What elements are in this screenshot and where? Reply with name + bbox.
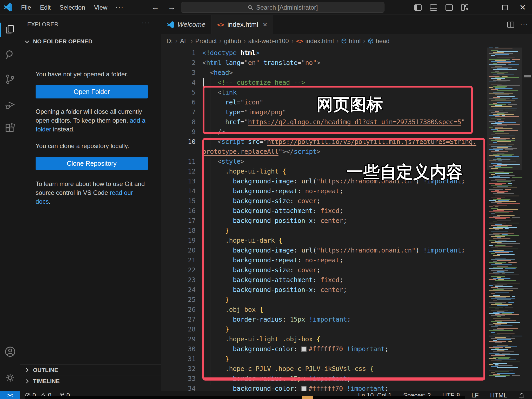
line-number: 2 [161, 58, 196, 68]
tab-index-html[interactable]: <>index.html× [211, 15, 273, 34]
code-row: 22background-size: cover; [161, 265, 525, 275]
chevron-right-icon [24, 378, 30, 384]
forward-icon[interactable]: → [166, 2, 178, 12]
menu-view[interactable]: View [90, 2, 112, 13]
line-number: 15 [161, 196, 196, 206]
menu-bar: File Edit Selection View ··· [17, 0, 127, 15]
eol-status[interactable]: LF [471, 392, 479, 399]
tab-welcome[interactable]: Welcome [161, 15, 211, 34]
toggle-sidebar-icon[interactable] [414, 4, 422, 11]
menu-file[interactable]: File [17, 2, 36, 13]
layout-controls [414, 0, 469, 15]
breadcrumb-item-head[interactable]: head [368, 37, 389, 45]
sidebar-item-explorer[interactable] [0, 18, 20, 41]
code-row: 25} [161, 295, 525, 305]
code-row: prototype.replaceAll"></script> [161, 147, 525, 157]
breadcrumb-item-product[interactable]: Product [195, 37, 217, 45]
line-number: 32 [161, 364, 196, 374]
sidebar-item-run-debug[interactable] [0, 92, 20, 116]
color-swatch[interactable] [301, 386, 307, 391]
text-cursor [203, 78, 204, 87]
code-tag-icon: <> [296, 37, 303, 45]
split-editor-icon[interactable] [507, 21, 514, 28]
sidebar-more-icon[interactable]: ··· [142, 18, 150, 27]
clone-repository-button[interactable]: Clone Repository [36, 157, 148, 170]
line-number: 23 [161, 275, 196, 285]
breadcrumb-item-af[interactable]: AF [180, 37, 188, 45]
vscode-logo-icon [4, 3, 12, 12]
line-number: 5 [161, 88, 196, 97]
line-number: 12 [161, 167, 196, 176]
line-number: 17 [161, 216, 196, 226]
line-number: 34 [161, 384, 196, 391]
line-number: 22 [161, 265, 196, 275]
section-no-folder-opened[interactable]: NO FOLDER OPENED [20, 36, 161, 47]
notifications-bell-icon[interactable] [518, 392, 525, 398]
line-number: 1 [161, 48, 196, 58]
code-row: 19.hope-ui-dark { [161, 236, 525, 245]
extensions-icon [5, 123, 16, 134]
menu-selection[interactable]: Selection [55, 2, 90, 13]
menu-more-icon[interactable]: ··· [112, 3, 127, 11]
code-row: 2<html lang="en" translate="no"> [161, 58, 525, 68]
settings-gear-icon[interactable] [0, 366, 20, 389]
back-icon[interactable]: ← [149, 2, 161, 12]
sidebar-title: EXPLORER [27, 21, 58, 28]
minimap[interactable] [487, 48, 522, 391]
breadcrumb-item-html[interactable]: html [341, 37, 361, 45]
code-row: 31} [161, 354, 525, 364]
line-number: 9 [161, 127, 196, 137]
section-timeline[interactable]: TIMELINE [20, 376, 161, 387]
video-progress-played [302, 396, 313, 399]
breadcrumb-item-d-[interactable]: D: [167, 37, 173, 45]
scrollbar[interactable] [522, 48, 532, 391]
color-swatch[interactable] [301, 347, 307, 352]
symbol-cube-icon [368, 38, 374, 44]
open-folder-help-text: Opening a folder will close all currentl… [36, 107, 149, 134]
remote-indicator[interactable]: >< [0, 391, 20, 399]
section-outline[interactable]: OUTLINE [20, 364, 161, 375]
account-icon[interactable] [0, 340, 20, 363]
more-actions-icon[interactable]: ··· [520, 21, 528, 29]
menu-edit[interactable]: Edit [36, 2, 55, 13]
toggle-secondary-sidebar-icon[interactable] [445, 4, 453, 11]
line-number: 3 [161, 68, 196, 78]
line-number: 30 [161, 344, 196, 354]
chevron-right-icon: › [217, 37, 224, 45]
minimize-icon[interactable]: – [473, 0, 489, 15]
chevron-down-icon [24, 39, 30, 44]
maximize-icon[interactable] [497, 0, 513, 15]
breadcrumb: D:›AF›Product›github›alist-web-n100›<>in… [161, 34, 532, 48]
clone-help-text: You can clone a repository locally. [36, 142, 149, 150]
code-row: 9/> [161, 127, 525, 137]
search-icon [247, 4, 254, 11]
sidebar-item-search[interactable] [0, 43, 20, 66]
sidebar-item-extensions[interactable] [0, 117, 20, 140]
breadcrumb-item-index-html[interactable]: <>index.html [296, 37, 334, 45]
scrollbar-decoration [524, 75, 531, 77]
code-row: 11<style> [161, 157, 525, 167]
line-number: 33 [161, 374, 196, 384]
sidebar-item-source-control[interactable] [0, 68, 20, 91]
search-icon [5, 49, 16, 60]
chevron-right-icon: › [334, 37, 341, 45]
chevron-right-icon: › [289, 37, 296, 45]
breadcrumb-item-alist-web-n100[interactable]: alist-web-n100 [248, 37, 289, 45]
open-folder-button[interactable]: Open Folder [36, 85, 148, 98]
customize-layout-icon[interactable] [461, 4, 469, 11]
language-status[interactable]: HTML [490, 392, 507, 399]
line-number: 27 [161, 315, 196, 324]
breadcrumb-item-github[interactable]: github [224, 37, 241, 45]
line-number: 14 [161, 186, 196, 196]
code-row: 23background-attachment: fixed; [161, 275, 525, 285]
line-number: 13 [161, 176, 196, 186]
toggle-panel-icon[interactable] [430, 4, 437, 11]
search-input[interactable]: Search [Administrator] [181, 2, 384, 13]
code-row: 13background-image: url("https://hrandom… [161, 176, 525, 186]
line-number: 4 [161, 78, 196, 88]
close-tab-icon[interactable]: × [263, 21, 267, 29]
source-control-icon [5, 74, 16, 85]
line-number: 20 [161, 245, 196, 255]
chevron-right-icon: › [361, 37, 368, 45]
close-window-icon[interactable]: ✕ [514, 0, 531, 15]
